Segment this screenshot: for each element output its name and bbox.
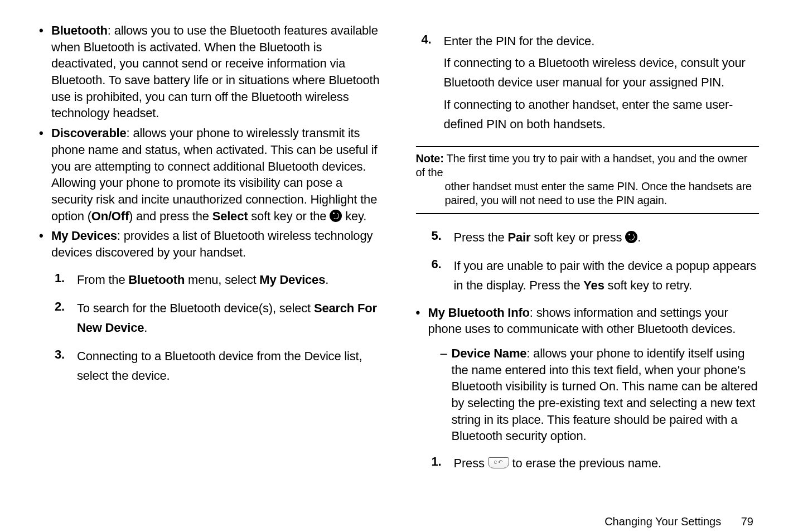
left-column: • Bluetooth: allows you to use the Bluet… (39, 22, 383, 482)
step-text: Press (454, 456, 488, 470)
sub-text: : allows your phone to identify itself u… (452, 346, 758, 443)
step-2: 2. To search for the Bluetooth device(s)… (55, 298, 383, 337)
bullet-text-a: : allows your phone to wirelessly transm… (51, 126, 377, 223)
bullet-bluetooth: • Bluetooth: allows you to use the Bluet… (39, 22, 383, 122)
step-text: From the (77, 273, 128, 287)
step-1: 1. From the Bluetooth menu, select My De… (55, 270, 383, 289)
note-body: other handset must enter the same PIN. O… (445, 180, 760, 207)
note-lead: Note: (416, 152, 444, 165)
step-number: 3. (55, 346, 77, 385)
step-number: 6. (432, 256, 454, 295)
bluetooth-label: Bluetooth (128, 273, 185, 287)
bullet-text-b: ) and press the (129, 209, 212, 223)
note-box: Note: The first time you try to pair wit… (416, 146, 760, 214)
step-text: If connecting to another handset, enter … (444, 95, 760, 134)
step-text: soft key or press (530, 230, 625, 244)
bullet-text-d: key. (342, 209, 366, 223)
step-1b: 1. Press c ↶ to erase the previous name. (432, 453, 760, 473)
note-body-inline: The first time you try to pair with a ha… (416, 152, 748, 178)
bullet-lead: My Bluetooth Info (428, 306, 530, 320)
bullet-my-bluetooth-info: • My Bluetooth Info: shows information a… (416, 304, 760, 445)
step-number: 5. (432, 228, 454, 247)
step-text: Connecting to a Bluetooth device from th… (77, 349, 362, 383)
bullet-discoverable: • Discoverable: allows your phone to wir… (39, 125, 383, 224)
step-3: 3. Connecting to a Bluetooth device from… (55, 346, 383, 385)
bullet-marker: • (39, 125, 51, 224)
step-5: 5. Press the Pair soft key or press . (432, 228, 760, 247)
bullet-lead: Bluetooth (51, 23, 108, 37)
step-text: soft key to retry. (604, 278, 692, 292)
right-column: 4. Enter the PIN for the device. If conn… (416, 22, 760, 482)
pair-label: Pair (508, 230, 531, 244)
yes-label: Yes (583, 278, 604, 292)
step-text: menu, select (185, 273, 259, 287)
page-footer: Changing Your Settings 79 (39, 515, 759, 528)
bullet-my-devices: • My Devices: provides a list of Bluetoo… (39, 228, 383, 260)
bullet-lead: My Devices (51, 229, 117, 243)
page-number: 79 (741, 515, 753, 528)
bullet-marker: • (39, 228, 51, 260)
step-number: 4. (422, 31, 444, 134)
bullet-lead: Discoverable (51, 126, 127, 140)
footer-section: Changing Your Settings (604, 515, 721, 528)
bullet-marker: • (416, 304, 428, 445)
step-4: 4. Enter the PIN for the device. If conn… (422, 31, 760, 134)
dash-marker: – (441, 345, 452, 444)
sub-bullet-device-name: – Device Name: allows your phone to iden… (441, 345, 760, 444)
ok-key-icon (625, 231, 637, 243)
step-text: . (144, 321, 147, 335)
bullet-marker: • (39, 22, 51, 122)
on-off-label: On/Off (91, 209, 129, 223)
ok-key-icon (330, 210, 342, 222)
my-devices-label: My Devices (259, 273, 325, 287)
step-number: 1. (55, 270, 77, 289)
step-text: If connecting to a Bluetooth wireless de… (444, 53, 760, 92)
select-label: Select (212, 209, 248, 223)
step-text: Press the (454, 230, 508, 244)
step-6: 6. If you are unable to pair with the de… (432, 256, 760, 295)
step-text: . (637, 230, 641, 244)
bullet-text-c: soft key or the (248, 209, 330, 223)
step-number: 2. (55, 298, 77, 337)
step-text: . (325, 273, 328, 287)
sub-lead: Device Name (452, 346, 527, 360)
step-text: To search for the Bluetooth device(s), s… (77, 301, 314, 315)
clear-key-icon: c ↶ (488, 457, 509, 468)
step-number: 1. (432, 453, 454, 473)
step-text: to erase the previous name. (509, 456, 661, 470)
bullet-text: : allows you to use the Bluetooth featur… (51, 23, 379, 120)
step-text: Enter the PIN for the device. (444, 31, 760, 51)
